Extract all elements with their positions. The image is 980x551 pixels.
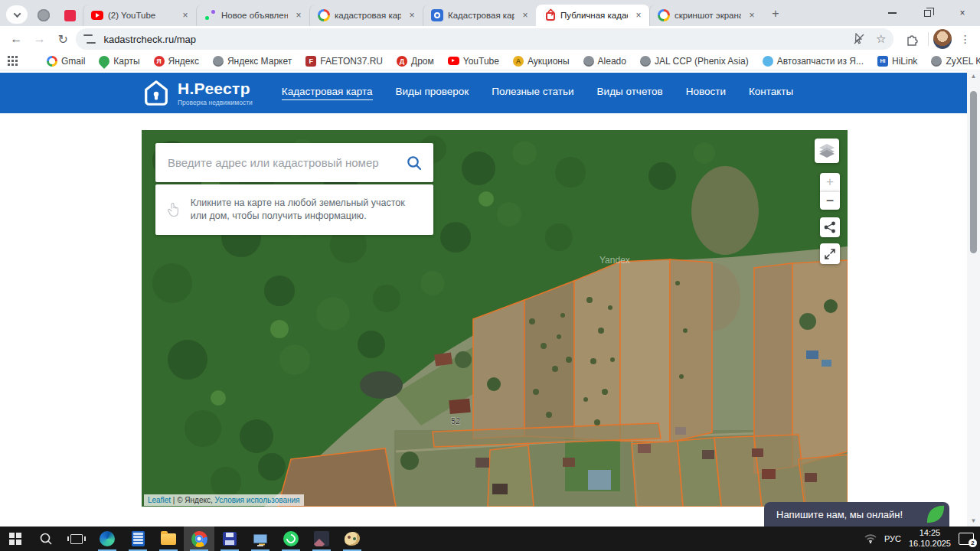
close-window-button[interactable]: ×	[945, 0, 980, 26]
task-view-button[interactable]	[61, 527, 92, 551]
extensions-icon[interactable]	[901, 28, 923, 51]
tab-avito-ad[interactable]: Новое объявление — О ×	[196, 5, 309, 26]
nav-articles[interactable]: Полезные статьи	[492, 86, 573, 100]
bookmark-faeton[interactable]: FFAETON37.RU	[305, 56, 383, 67]
time-text: 14:25	[909, 528, 951, 539]
bookmark-jal-ccp[interactable]: JAL CCP (Phenix Asia)	[640, 56, 749, 67]
tab-public-cadastral-active[interactable]: Публичная кадастровая ×	[536, 5, 649, 26]
leaflet-link[interactable]: Leaflet	[148, 496, 171, 504]
bookmark-hilink[interactable]: HiHiLink	[877, 56, 917, 67]
tab-cadastral-map-site[interactable]: Кадастровая карта: Ива ×	[423, 5, 536, 26]
zoom-out-button[interactable]: −	[820, 191, 840, 210]
globe-icon	[931, 56, 942, 67]
bookmark-auctions[interactable]: ААукционы	[513, 56, 570, 67]
nav-report-types[interactable]: Виды отчетов	[597, 86, 663, 100]
taskbar-whatsapp[interactable]	[276, 527, 306, 551]
map-canvas[interactable]: Yandex 52 Кликните на карте на любой зем…	[142, 130, 848, 507]
address-bar[interactable]: kadastrcheck.ru/map ☆	[76, 28, 893, 50]
nreestr-house-icon	[544, 9, 556, 21]
bookmark-autoparts[interactable]: Автозапчасти из Я...	[763, 56, 864, 67]
taskbar-my-computer[interactable]	[245, 527, 276, 551]
fullscreen-button[interactable]	[820, 243, 840, 264]
browser-tab-strip: (2) YouTube × Новое объявление — О × кад…	[0, 0, 980, 26]
clock[interactable]: 14:25 16.10.2025	[909, 528, 951, 549]
bookmark-aleado[interactable]: Aleado	[583, 56, 626, 67]
taskbar-chrome-active[interactable]	[184, 527, 214, 551]
apps-grid-icon[interactable]	[8, 56, 18, 66]
nav-cadastral-map[interactable]: Кадастровая карта	[282, 86, 373, 100]
nav-contacts[interactable]: Контакты	[749, 86, 793, 100]
nav-news[interactable]: Новости	[686, 86, 726, 100]
date-text: 16.10.2025	[909, 539, 951, 549]
taskbar-save-app[interactable]	[214, 527, 245, 551]
close-icon[interactable]: ×	[406, 9, 418, 21]
nav-check-types[interactable]: Виды проверок	[396, 86, 469, 100]
taskbar-search-button[interactable]	[31, 527, 61, 551]
tab-title: Новое объявление — О	[221, 11, 288, 20]
profile-avatar[interactable]	[933, 29, 952, 49]
taskbar-file-explorer[interactable]	[153, 527, 184, 551]
bookmark-yandex[interactable]: ЯЯндекс	[154, 56, 199, 67]
bookmark-gmail[interactable]: Gmail	[47, 56, 85, 67]
close-icon[interactable]: ×	[292, 9, 305, 21]
pinned-tab-red-site[interactable]	[57, 5, 83, 26]
tab-title: (2) YouTube	[108, 11, 175, 20]
minimize-button[interactable]	[874, 0, 910, 26]
bookmark-youtube[interactable]: YouTube	[448, 56, 499, 67]
close-icon[interactable]: ×	[632, 9, 645, 21]
scroll-up-arrow[interactable]: ▲	[967, 71, 980, 82]
taskbar-paint-app[interactable]	[337, 527, 368, 551]
site-settings-icon[interactable]	[83, 34, 96, 44]
tab-title: Кадастровая карта: Ива	[448, 11, 514, 20]
tab-title: Публичная кадастровая	[560, 11, 628, 20]
bookmark-label: YouTube	[463, 56, 499, 67]
search-icon[interactable]	[406, 155, 423, 171]
tab-youtube[interactable]: (2) YouTube ×	[83, 5, 196, 26]
restore-button[interactable]	[910, 0, 945, 26]
taskbar-calculator[interactable]	[122, 527, 153, 551]
reload-button[interactable]: ↻	[53, 28, 73, 50]
forward-button[interactable]: →	[29, 28, 49, 50]
scrollbar-thumb[interactable]	[970, 91, 977, 253]
tab-google-search-screenshot[interactable]: скриншот экрана - Поис ×	[649, 5, 763, 26]
language-indicator[interactable]: РУС	[884, 534, 901, 543]
bookmark-label: FAETON37.RU	[320, 56, 383, 67]
hand-click-icon	[166, 197, 180, 223]
taskbar-photos-app[interactable]	[306, 527, 337, 551]
terms-link[interactable]: Условия использования	[215, 496, 300, 504]
close-icon[interactable]: ×	[746, 9, 758, 21]
bookmark-maps[interactable]: Карты	[99, 56, 139, 67]
attribution-text: | © Яндекс,	[173, 496, 213, 504]
bookmark-star-icon[interactable]: ☆	[876, 32, 886, 46]
tab-google-search-kadastr[interactable]: кадастровая карта ивано ×	[309, 5, 423, 26]
bookmark-drom[interactable]: ДДром	[397, 56, 434, 67]
new-tab-button[interactable]: +	[766, 4, 786, 24]
start-button[interactable]	[0, 527, 31, 551]
url-text: kadastrcheck.ru/map	[103, 34, 853, 45]
tab-search-button[interactable]	[6, 5, 28, 24]
zoom-in-button[interactable]: +	[820, 173, 840, 191]
bookmark-label: Карты	[113, 56, 139, 67]
wifi-icon[interactable]	[864, 534, 877, 543]
chat-widget[interactable]: Напишите нам, мы онлайн!	[764, 502, 949, 527]
share-button[interactable]	[820, 217, 840, 237]
layers-button[interactable]	[815, 139, 839, 163]
notifications-icon[interactable]: 2	[959, 533, 974, 545]
scroll-down-arrow[interactable]: ▼	[967, 516, 980, 527]
floppy-disk-icon	[223, 532, 237, 546]
back-button[interactable]: ←	[6, 28, 26, 50]
bookmark-yandex-market[interactable]: Яндекс Маркет	[213, 56, 292, 67]
map-pin-icon	[96, 54, 112, 69]
taskbar-edge[interactable]	[92, 527, 122, 551]
close-icon[interactable]: ×	[519, 9, 531, 21]
menu-kebab-icon[interactable]: ⋮	[956, 30, 974, 48]
close-icon[interactable]: ×	[179, 9, 191, 21]
page-scrollbar[interactable]: ▲ ▼	[967, 71, 980, 527]
main-nav: Кадастровая карта Виды проверок Полезные…	[282, 86, 793, 100]
map-hint-text: Кликните на карте на любой земельный уча…	[191, 197, 423, 223]
pointer-block-icon[interactable]	[853, 33, 865, 45]
search-input[interactable]	[168, 156, 406, 169]
pinned-tab-globe[interactable]	[31, 5, 57, 26]
bookmark-zyxel[interactable]: ZyXEL Keenetic Om...	[931, 56, 980, 67]
site-logo[interactable]: Н.Реестр Проверка недвижимости	[142, 79, 253, 108]
